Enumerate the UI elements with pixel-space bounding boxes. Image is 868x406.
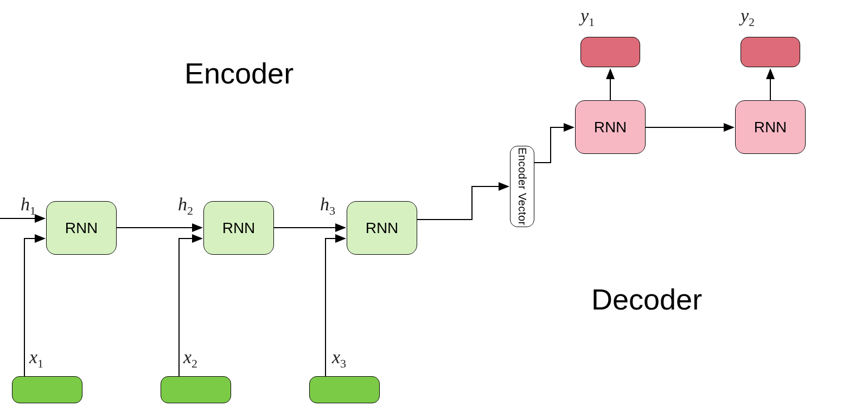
encoder-input-2	[161, 376, 231, 403]
hidden-state-2-label: h2	[178, 194, 193, 218]
encoder-rnn-2: RNN	[203, 201, 274, 255]
encoder-rnn-1: RNN	[46, 201, 117, 255]
decoder-output-2-label: y2	[741, 5, 755, 29]
encoder-vector: Encoder Vector	[510, 146, 534, 227]
encoder-input-3-label: x3	[332, 347, 346, 371]
encoder-input-3	[309, 376, 380, 403]
hidden-state-1-label: h1	[21, 194, 36, 218]
hidden-state-3-label: h3	[320, 194, 335, 218]
decoder-rnn-2: RNN	[735, 100, 806, 154]
diagram-arrows	[0, 0, 868, 406]
decoder-output-1-label: y1	[580, 5, 595, 29]
decoder-output-2	[741, 37, 800, 67]
encoder-rnn-3: RNN	[347, 201, 417, 255]
diagram-stage: Encoder Decoder RNN RNN RNN Encoder Vect…	[0, 0, 868, 406]
encoder-input-1-label: x1	[29, 347, 43, 371]
encoder-input-1	[12, 376, 82, 403]
decoder-output-1	[580, 37, 640, 67]
encoder-title: Encoder	[184, 56, 293, 90]
encoder-input-2-label: x2	[183, 347, 197, 371]
decoder-title: Decoder	[591, 282, 702, 316]
decoder-rnn-1: RNN	[575, 100, 646, 154]
